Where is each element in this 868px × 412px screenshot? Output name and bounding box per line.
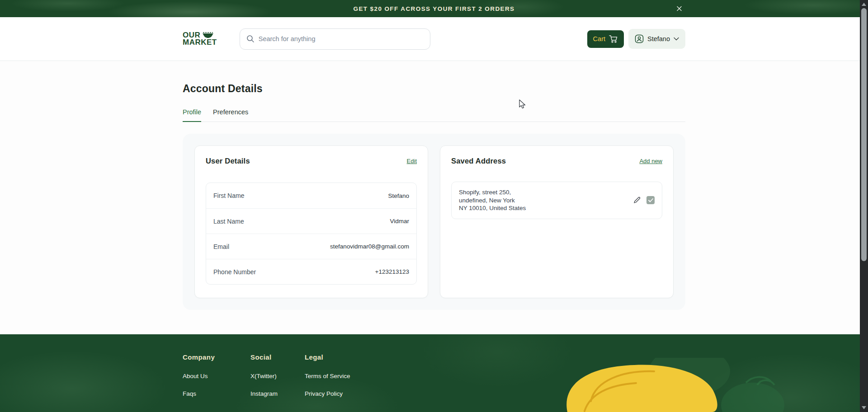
field-label: First Name [213,192,244,199]
cart-button[interactable]: Cart [587,30,624,48]
user-details-card: User Details Edit First Name Stefano Las… [194,145,428,298]
default-address-checkbox[interactable] [646,196,655,204]
search-bar[interactable] [240,28,430,50]
vertical-scrollbar[interactable] [860,0,868,412]
tab-bar: Profile Preferences [183,108,685,122]
tab-profile[interactable]: Profile [183,108,201,122]
footer-column-social: Social X(Twitter) Instagram [250,353,305,408]
field-first-name: First Name Stefano [206,183,416,208]
field-phone-number: Phone Number +123213123 [206,259,416,284]
saved-address-card: Saved Address Add new Shopify, street 25… [440,145,674,298]
address-line: Shopify, street 250, [459,188,526,197]
bowl-icon [202,32,214,38]
footer-heading: Legal [305,353,350,361]
address-line: NY 10010, United States [459,204,526,212]
main-content: Account Details Profile Preferences User… [0,61,868,310]
profile-panel: User Details Edit First Name Stefano Las… [183,134,685,310]
footer-column-company: Company About Us Faqs [183,353,250,408]
address-item: Shopify, street 250, undefined, New York… [451,182,662,219]
search-icon [246,35,255,43]
scroll-up-arrow[interactable] [862,3,866,6]
scrollbar-thumb[interactable] [861,8,867,261]
edit-address-icon[interactable] [633,196,641,204]
footer-heading: Company [183,353,250,361]
footer-link-about-us[interactable]: About Us [183,373,250,379]
edit-user-details-link[interactable]: Edit [407,158,417,164]
footer-link-terms[interactable]: Terms of Service [305,373,350,379]
footer-column-legal: Legal Terms of Service Privacy Policy [305,353,350,408]
scroll-down-arrow[interactable] [862,406,866,409]
footer-link-faqs[interactable]: Faqs [183,390,250,397]
logo[interactable]: OUR MARKET [183,32,217,46]
logo-line2: MARKET [183,39,217,46]
saved-address-title: Saved Address [451,157,506,165]
close-banner-button[interactable] [676,5,683,12]
cart-icon [609,35,618,43]
field-email: Email stefanovidmar08@gmail.com [206,234,416,259]
field-label: Last Name [213,218,244,225]
close-icon [676,5,683,12]
field-last-name: Last Name Vidmar [206,208,416,234]
field-value: Stefano [388,192,409,199]
field-label: Email [213,243,229,250]
header: OUR MARKET Cart [0,17,868,61]
cart-button-label: Cart [593,35,605,42]
search-input[interactable] [259,35,424,42]
user-details-title: User Details [206,157,250,165]
footer-heading: Social [250,353,305,361]
user-fields: First Name Stefano Last Name Vidmar Emai… [206,183,417,285]
field-label: Phone Number [213,268,256,276]
footer-link-twitter[interactable]: X(Twitter) [250,373,305,379]
footer: Company About Us Faqs Social X(Twitter) … [0,334,868,412]
footer-link-instagram[interactable]: Instagram [250,390,305,397]
promo-banner-text: GET $20 OFF ACROSS YOUR FIRST 2 ORDERS [353,5,514,12]
account-name: Stefano [647,35,670,42]
account-menu[interactable]: Stefano [628,29,685,49]
user-icon [635,34,644,43]
footer-link-privacy[interactable]: Privacy Policy [305,390,350,397]
field-value: Vidmar [390,218,409,225]
page-title: Account Details [183,83,685,95]
address-text: Shopify, street 250, undefined, New York… [459,188,526,212]
tab-preferences[interactable]: Preferences [213,108,248,122]
field-value: +123213123 [375,268,409,275]
field-value: stefanovidmar08@gmail.com [330,243,409,250]
check-icon [648,198,653,202]
chevron-down-icon [674,37,679,41]
promo-banner: GET $20 OFF ACROSS YOUR FIRST 2 ORDERS [0,0,868,17]
address-line: undefined, New York [459,197,526,205]
add-new-address-link[interactable]: Add new [639,158,662,164]
